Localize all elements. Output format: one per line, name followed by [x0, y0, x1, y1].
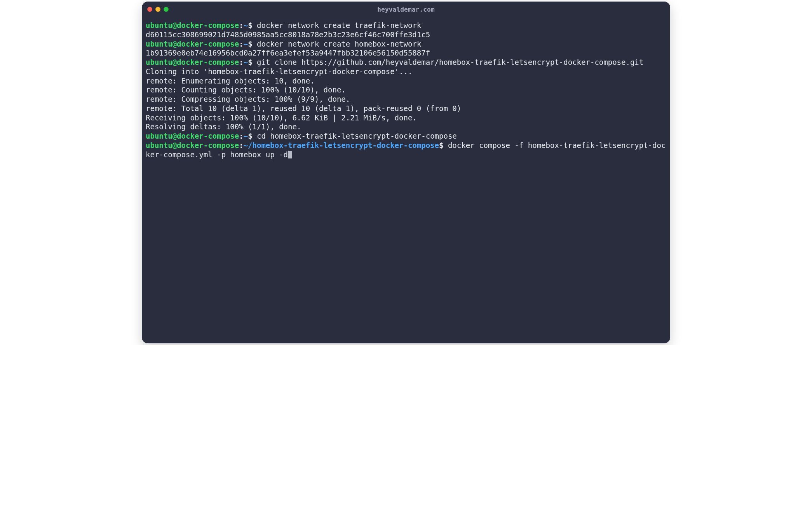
terminal-line: ubuntu@docker-compose:~/homebox-traefik-… — [146, 141, 666, 160]
prompt-user: ubuntu@docker-compose — [146, 21, 239, 30]
prompt-end: $ — [248, 58, 257, 66]
terminal-output: remote: Enumerating objects: 10, done. — [146, 77, 666, 86]
prompt-sep: : — [239, 132, 243, 140]
prompt-path: ~ — [244, 21, 248, 30]
command-text: docker network create homebox-network — [257, 40, 421, 48]
terminal-output: d60115cc308699021d7485d0985aa5cc8018a78e… — [146, 30, 666, 40]
terminal-output: 1b91369e0eb74e16956bcd0a27ff6ea3efef53a9… — [146, 49, 666, 58]
terminal-line: ubuntu@docker-compose:~$ docker network … — [146, 40, 666, 49]
prompt-path: ~ — [244, 40, 248, 48]
prompt-path: ~ — [244, 132, 248, 140]
terminal-output: Receiving objects: 100% (10/10), 6.62 Ki… — [146, 113, 666, 123]
prompt-sep: : — [239, 58, 243, 66]
terminal-output: Cloning into 'homebox-traefik-letsencryp… — [146, 67, 666, 77]
terminal-window: heyvaldemar.com ubuntu@docker-compose:~$… — [142, 2, 670, 343]
prompt-sep: : — [239, 141, 243, 150]
prompt-sep: : — [239, 21, 243, 30]
prompt-user: ubuntu@docker-compose — [146, 58, 239, 66]
command-text: docker network create traefik-network — [257, 21, 421, 30]
prompt-user: ubuntu@docker-compose — [146, 132, 239, 140]
command-text: cd homebox-traefik-letsencrypt-docker-co… — [257, 132, 457, 140]
window-title: heyvaldemar.com — [377, 6, 435, 13]
terminal-output: remote: Counting objects: 100% (10/10), … — [146, 85, 666, 95]
terminal-body[interactable]: ubuntu@docker-compose:~$ docker network … — [142, 17, 670, 343]
prompt-user: ubuntu@docker-compose — [146, 40, 239, 48]
prompt-sep: : — [239, 40, 243, 48]
prompt-end: $ — [248, 132, 257, 140]
terminal-line: ubuntu@docker-compose:~$ git clone https… — [146, 58, 666, 67]
prompt-path: ~ — [244, 58, 248, 66]
terminal-line: ubuntu@docker-compose:~$ cd homebox-trae… — [146, 132, 666, 141]
traffic-lights — [147, 7, 169, 12]
prompt-path: ~/homebox-traefik-letsencrypt-docker-com… — [244, 141, 439, 150]
prompt-end: $ — [248, 21, 257, 30]
prompt-end: $ — [248, 40, 257, 48]
command-text: git clone https://github.com/heyvaldemar… — [257, 58, 643, 66]
prompt-end: $ — [439, 141, 448, 150]
window-titlebar[interactable]: heyvaldemar.com — [142, 2, 670, 17]
terminal-line: ubuntu@docker-compose:~$ docker network … — [146, 21, 666, 30]
zoom-icon[interactable] — [164, 7, 169, 12]
cursor-icon — [288, 151, 292, 158]
terminal-output: remote: Compressing objects: 100% (9/9),… — [146, 95, 666, 104]
close-icon[interactable] — [147, 7, 152, 12]
terminal-output: remote: Total 10 (delta 1), reused 10 (d… — [146, 104, 666, 113]
terminal-output: Resolving deltas: 100% (1/1), done. — [146, 122, 666, 132]
prompt-user: ubuntu@docker-compose — [146, 141, 239, 150]
minimize-icon[interactable] — [155, 7, 160, 12]
